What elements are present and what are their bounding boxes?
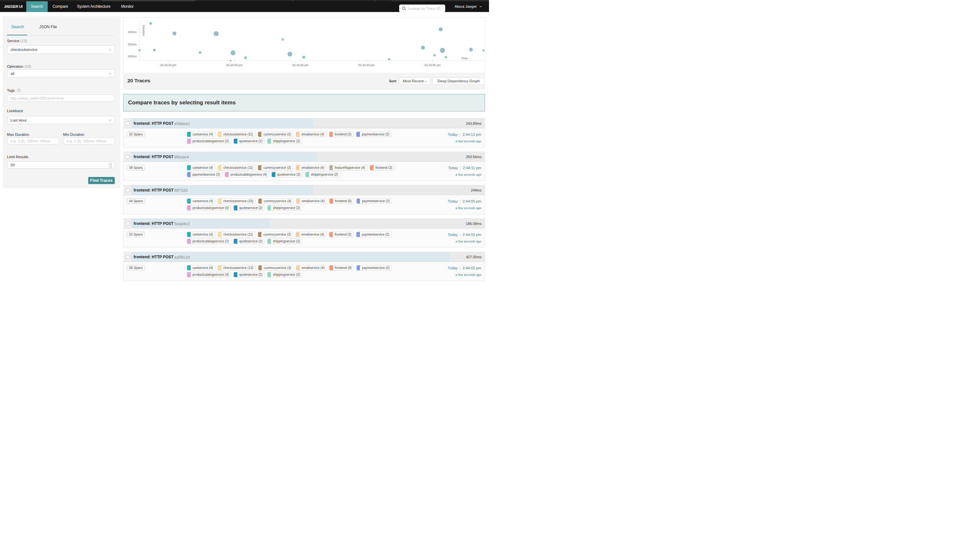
svg-text:02:43:40 pm: 02:43:40 pm — [358, 63, 374, 67]
svg-text:Time: Time — [461, 57, 467, 60]
svg-text:400ms: 400ms — [128, 30, 137, 34]
svg-text:02:43:00 pm: 02:43:00 pm — [226, 63, 242, 67]
svg-text:200ms: 200ms — [128, 55, 137, 58]
svg-text:02:42:40 pm: 02:42:40 pm — [160, 63, 177, 67]
svg-text:Duration: Duration — [142, 25, 145, 36]
svg-text:02:44:00 pm: 02:44:00 pm — [424, 63, 441, 67]
svg-text:02:43:20 pm: 02:43:20 pm — [292, 63, 309, 67]
svg-text:300ms: 300ms — [128, 42, 137, 46]
svg-text:?: ? — [18, 89, 20, 92]
